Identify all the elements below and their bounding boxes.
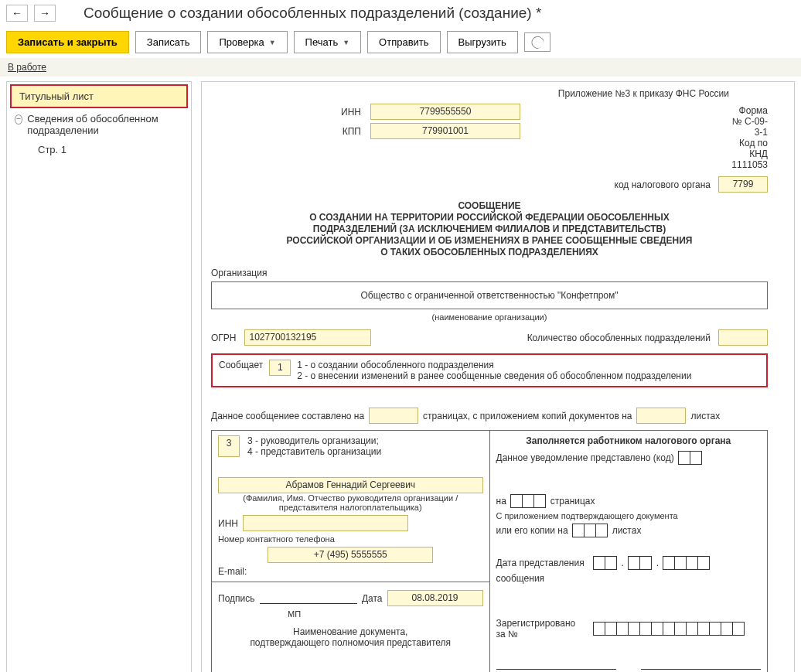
auth-pages-prefix: на [496,496,506,507]
email-label: E-mail: [218,566,247,577]
caret-down-icon: ▼ [343,39,349,46]
report-code-field[interactable]: 1 [269,360,291,376]
page-count-field[interactable] [369,408,418,424]
auth-copies-suffix: листах [612,525,642,536]
mp-label: МП [288,609,483,619]
print-label: Печать [305,36,339,48]
report-type-box: Сообщает 1 1 - о создании обособленного … [211,353,768,387]
phone-field[interactable]: +7 (495) 5555555 [268,547,433,563]
document-panel: Приложение №3 к приказу ФНС России ИНН 7… [201,81,795,672]
auth-copies-prefix: или его копии на [496,525,568,536]
form-number: Форма № С-09-3-1 [729,105,768,138]
authority-column: Заполняется работником налогового органа… [489,430,769,672]
signer-caption: (Фамилия, Имя. Отчество руководителя орг… [218,493,483,512]
doc-name-line1: Наименование документа, [218,626,483,637]
auth-attach-label: С приложением подтверждающего документа [496,511,762,520]
report-label: Сообщает [219,360,263,370]
inn-label: ИНН [327,107,361,118]
signer-inn-label: ИНН [218,518,238,529]
pages-text-2: страницах, с приложением копий документо… [423,411,632,421]
forward-button[interactable]: → [34,5,56,22]
tree-label: Сведения об обособленном подразделении [27,113,183,136]
side-panel: Титульный лист − Сведения об обособленно… [6,81,192,672]
save-and-close-button[interactable]: Записать и закрыть [6,31,129,53]
sign-date-field[interactable]: 08.08.2019 [387,590,483,606]
check-button[interactable]: Проверка ▼ [207,31,287,53]
authority-code-cells [679,451,702,465]
auth-date-label2: сообщения [496,573,762,584]
kpp-label: КПП [327,126,361,137]
tree-item-page-1[interactable]: Стр. 1 [7,141,191,159]
save-button[interactable]: Записать [135,31,202,53]
auth-reg-cells [594,622,745,636]
auth-copies-cells [573,524,608,537]
pages-text-3: листах [690,411,720,421]
tax-code-label: код налогового органа [615,179,711,190]
signer-option-3: 3 - руководитель организации; [247,435,381,446]
auth-pages-cells [511,494,546,508]
pages-text-1: Данное сообщениее составлено на [211,411,364,421]
inn-field[interactable]: 7799555550 [370,104,520,120]
signature-line [260,592,357,604]
authority-code-label: Данное уведомление представлено (код) [496,452,674,463]
auth-pages-suffix: страницах [550,496,595,507]
sign-label: Подпись [218,593,255,604]
signer-inn-field[interactable] [243,515,408,531]
appendix-label: Приложение №3 к приказу ФНС России [327,88,729,99]
kpp-field[interactable]: 779901001 [370,123,520,139]
ogrn-label: ОГРН [211,333,237,343]
send-button[interactable]: Отправить [367,31,440,53]
signer-name-field[interactable]: Абрамов Геннадий Сергеевич [218,477,483,493]
status-link[interactable]: В работе [8,62,46,73]
subdivision-count-field[interactable] [718,329,768,346]
document-heading: СООБЩЕНИЕ О СОЗДАНИИ НА ТЕРРИТОРИИ РОССИ… [211,200,768,258]
auth-reg-label2: за № [496,629,589,640]
signer-column: 3 3 - руководитель организации; 4 - пред… [211,430,489,672]
org-label: Организация [211,268,768,278]
paperclip-icon [529,34,545,51]
back-button[interactable]: ← [6,5,28,22]
phone-label: Номер контактного телефона [218,534,483,544]
knd-code: Код по КНД 1111053 [729,138,768,170]
caret-down-icon: ▼ [269,39,276,46]
signer-code-field[interactable]: 3 [218,435,240,457]
org-name-box[interactable]: Общество с ограниченной ответственностью… [211,281,768,309]
check-label: Проверка [219,36,264,48]
authority-heading: Заполняется работником налогового органа [496,435,762,446]
tax-code-field[interactable]: 7799 [718,176,768,193]
attach-button[interactable] [524,32,550,52]
report-option-1: 1 - о создании обособленного подразделен… [297,360,691,370]
ogrn-field[interactable]: 1027700132195 [244,329,371,346]
print-button[interactable]: Печать ▼ [294,31,362,53]
tree-item-title-page[interactable]: Титульный лист [10,84,188,108]
auth-reg-label1: Зарегистрировано [496,618,589,629]
date-label: Дата [362,593,383,604]
tree-label: Титульный лист [19,90,94,102]
doc-name-line2: подтверждающего полномочия представителя [218,637,483,648]
tree-item-subdivision-info[interactable]: − Сведения об обособленном подразделении [7,108,191,141]
report-option-2: 2 - о внесении изменений в ранее сообщен… [297,370,691,381]
attachment-count-field[interactable] [636,408,686,424]
signer-option-4: 4 - представитель организации [247,446,381,457]
subdivision-count-label: Количество обособленных подразделений [527,333,711,343]
export-button[interactable]: Выгрузить [447,31,518,53]
window-title: Сообщение о создании обособленных подраз… [84,5,541,22]
org-caption: (наименование организации) [211,312,768,322]
auth-date-label1: Дата представления [496,558,589,568]
collapse-icon[interactable]: − [15,114,22,125]
